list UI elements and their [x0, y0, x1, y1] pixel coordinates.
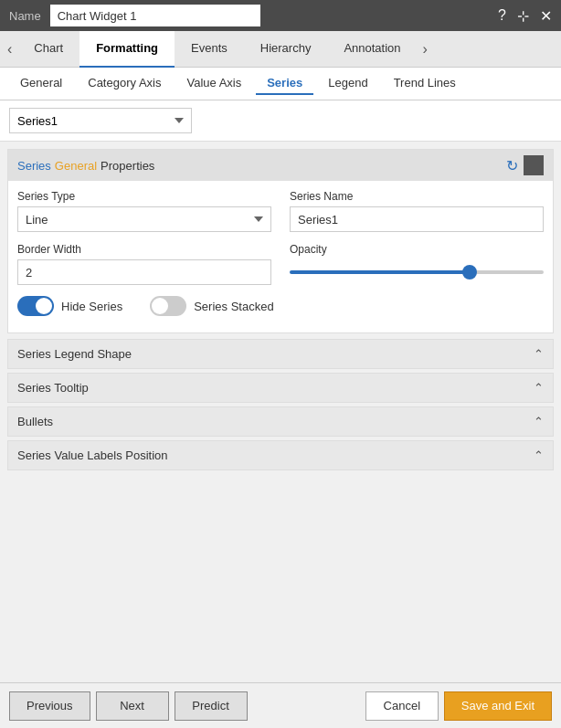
collapsible-bullets: Bullets ⌃: [7, 406, 554, 437]
name-label: Name: [9, 9, 41, 23]
collapsible-series-tooltip-header[interactable]: Series Tooltip ⌃: [8, 374, 553, 402]
collapsible-series-value-labels-header[interactable]: Series Value Labels Position ⌃: [8, 441, 553, 470]
predict-button[interactable]: Predict: [175, 691, 248, 721]
toggle-row: Hide Series Series Stacked: [17, 296, 544, 316]
tab-hierarchy[interactable]: Hierarchy: [244, 31, 328, 68]
hide-series-slider: [17, 296, 54, 316]
subtab-legend[interactable]: Legend: [317, 72, 378, 95]
main-content: Series General Properties ↻ Series Type …: [0, 142, 561, 682]
tab-chart[interactable]: Chart: [17, 31, 79, 68]
border-width-label: Border Width: [17, 243, 271, 256]
tab-nav-left[interactable]: ‹: [2, 31, 17, 68]
subtab-value-axis[interactable]: Value Axis: [175, 72, 252, 95]
section-title-properties: Properties: [101, 159, 154, 173]
series-stacked-slider: [150, 296, 186, 316]
series-name-label: Series Name: [290, 190, 544, 203]
cancel-button[interactable]: Cancel: [365, 691, 439, 721]
form-group-series-type: Series Type Line Bar Area Scatter: [17, 190, 271, 232]
collapsible-bullets-header[interactable]: Bullets ⌃: [8, 407, 553, 436]
series-type-label: Series Type: [17, 190, 271, 203]
section-dark-btn[interactable]: [524, 155, 544, 175]
collapsible-series-legend-shape-header[interactable]: Series Legend Shape ⌃: [8, 340, 553, 368]
collapse-icon-1: ⌃: [534, 381, 544, 395]
collapsible-series-legend-shape: Series Legend Shape ⌃: [7, 339, 554, 369]
series-general-properties-header: Series General Properties ↻: [8, 150, 553, 181]
collapse-icon-0: ⌃: [534, 347, 544, 361]
refresh-icon-btn[interactable]: ↻: [504, 157, 520, 174]
tab-annotation[interactable]: Annotation: [327, 31, 417, 68]
help-icon[interactable]: ?: [498, 7, 506, 24]
form-group-opacity: Opacity: [290, 243, 544, 285]
next-button[interactable]: Next: [96, 691, 169, 721]
series-stacked-label: Series Stacked: [194, 300, 273, 313]
save-exit-button[interactable]: Save and Exit: [444, 691, 552, 721]
section-header-actions: ↻: [504, 155, 544, 175]
form-group-border-width: Border Width: [17, 243, 271, 285]
tab-nav-right[interactable]: ›: [418, 31, 433, 68]
section-title-series: Series: [17, 159, 51, 173]
subtab-trend-lines[interactable]: Trend Lines: [383, 72, 467, 95]
collapsible-series-value-labels: Series Value Labels Position ⌃: [7, 440, 554, 470]
opacity-slider[interactable]: [290, 270, 544, 274]
series-select[interactable]: Series1 Series2: [9, 108, 192, 133]
border-width-input[interactable]: [17, 259, 271, 285]
series-stacked-toggle-group: Series Stacked: [150, 296, 273, 316]
collapse-icon-2: ⌃: [534, 415, 544, 428]
series-stacked-toggle[interactable]: [150, 296, 186, 316]
opacity-slider-track: [290, 259, 544, 285]
hide-series-label: Hide Series: [61, 300, 122, 313]
subtab-category-axis[interactable]: Category Axis: [77, 72, 172, 95]
title-bar-icons: ? ⊹ ✕: [498, 7, 552, 25]
tab-bar: ‹ Chart Formatting Events Hierarchy Anno…: [0, 31, 561, 68]
opacity-label: Opacity: [290, 243, 544, 256]
collapsible-series-tooltip: Series Tooltip ⌃: [7, 373, 554, 403]
series-type-select[interactable]: Line Bar Area Scatter: [17, 206, 271, 232]
subtab-general[interactable]: General: [9, 72, 73, 95]
collapse-icon-3: ⌃: [534, 448, 544, 462]
tab-formatting[interactable]: Formatting: [79, 31, 175, 68]
widget-name-input[interactable]: [50, 5, 260, 26]
section-title-general: General: [55, 159, 97, 173]
series-selector-row: Series1 Series2: [0, 100, 561, 142]
form-row-type-name: Series Type Line Bar Area Scatter Series…: [17, 190, 544, 232]
sub-tab-bar: General Category Axis Value Axis Series …: [0, 68, 561, 100]
title-bar: Name ? ⊹ ✕: [0, 0, 561, 31]
section-title: Series General Properties: [17, 159, 154, 173]
series-general-properties-body: Series Type Line Bar Area Scatter Series…: [8, 181, 553, 332]
bottom-bar: Previous Next Predict Cancel Save and Ex…: [0, 682, 561, 728]
hide-series-toggle[interactable]: [17, 296, 54, 316]
close-icon[interactable]: ✕: [540, 7, 552, 25]
move-icon[interactable]: ⊹: [517, 7, 529, 25]
subtab-series[interactable]: Series: [256, 72, 313, 95]
form-row-border-opacity: Border Width Opacity: [17, 243, 544, 285]
form-group-series-name: Series Name: [290, 190, 544, 232]
tab-events[interactable]: Events: [175, 31, 244, 68]
hide-series-toggle-group: Hide Series: [17, 296, 122, 316]
series-general-properties-panel: Series General Properties ↻ Series Type …: [7, 149, 554, 333]
previous-button[interactable]: Previous: [9, 691, 90, 721]
series-name-input[interactable]: [290, 206, 544, 232]
